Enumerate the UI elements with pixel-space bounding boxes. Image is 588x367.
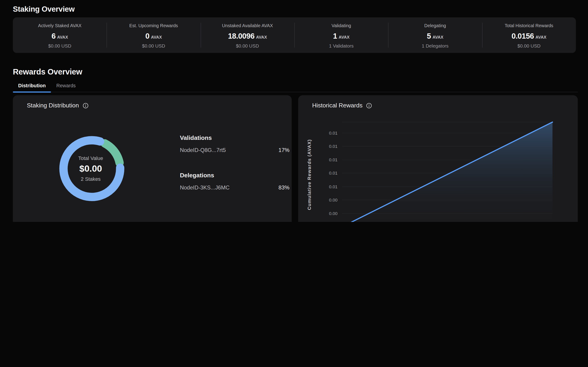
stat-label: Total Historical Rewards [482, 23, 576, 28]
stat-sub: $0.00 USD [107, 43, 201, 49]
stat-label: Unstaked Available AVAX [201, 23, 294, 28]
stat-sub: 1 Delegators [388, 43, 482, 49]
stat-value: 0 [145, 32, 149, 40]
delegations-heading: Delegations [180, 172, 214, 179]
stat-validating: Validating 1AVAX 1 Validators [294, 17, 388, 53]
stat-sub: $0.00 USD [201, 43, 294, 49]
stat-unit: AVAX [57, 35, 68, 39]
donut-total-value: $0.00 [79, 163, 102, 174]
svg-text:0.01: 0.01 [329, 131, 337, 135]
stat-unstaked-available: Unstaked Available AVAX 18.0096AVAX $0.0… [201, 17, 294, 53]
stat-unit: AVAX [433, 35, 443, 39]
svg-text:0.01: 0.01 [329, 144, 337, 149]
stat-value: 5 [427, 32, 431, 40]
stat-sub: $0.00 USD [482, 43, 576, 49]
stat-sub: 1 Validators [294, 43, 388, 49]
validation-legend-row: NodeID-Q8G...7rt5 17% [180, 147, 289, 153]
stat-label: Actively Staked AVAX [13, 23, 107, 28]
stat-unit: AVAX [151, 35, 162, 39]
stat-unit: AVAX [535, 35, 547, 39]
donut-stake-count: 2 Stakes [81, 176, 101, 182]
stat-delegating: Delegating 5AVAX 1 Delegators [388, 17, 482, 53]
stat-actively-staked: Actively Staked AVAX 6AVAX $0.00 USD [13, 17, 107, 53]
stat-label: Validating [294, 23, 388, 28]
svg-text:0.01: 0.01 [329, 171, 337, 175]
delegation-node-id: NodeID-3KS...J6MC [180, 184, 229, 190]
svg-text:0.01: 0.01 [329, 184, 337, 189]
y-axis-title: Cumulative Rewards (AVAX) [307, 139, 312, 210]
historical-rewards-line-chart: 0.01 0.01 0.01 0.01 0.01 0.00 0.00 0 Nov… [298, 95, 578, 222]
rewards-overview-title: Rewards Overview [13, 67, 82, 76]
donut-center-label: Total Value $0.00 2 Stakes [58, 135, 123, 203]
tab-rewards[interactable]: Rewards [51, 79, 81, 92]
page-title: Staking Overview [13, 5, 75, 14]
svg-text:0.01: 0.01 [329, 158, 337, 162]
stat-value: 1 [333, 32, 337, 40]
validation-node-id: NodeID-Q8G...7rt5 [180, 147, 226, 153]
stat-upcoming-rewards: Est. Upcoming Rewards 0AVAX $0.00 USD [107, 17, 201, 53]
donut-total-value-label: Total Value [78, 155, 103, 161]
svg-text:0.00: 0.00 [329, 198, 337, 202]
svg-text:0.00: 0.00 [329, 211, 337, 216]
validations-heading: Validations [180, 135, 212, 142]
stat-label: Delegating [388, 23, 482, 28]
stat-sub: $0.00 USD [13, 43, 107, 49]
info-icon[interactable] [83, 103, 88, 108]
staking-overview-stats-card: Actively Staked AVAX 6AVAX $0.00 USD Est… [13, 17, 576, 53]
historical-rewards-card: Historical Rewards [298, 95, 578, 222]
delegation-legend-row: NodeID-3KS...J6MC 83% [180, 184, 289, 190]
stat-historical-rewards: Total Historical Rewards 0.0156AVAX $0.0… [482, 17, 576, 53]
rewards-tabs: Distribution Rewards [13, 79, 578, 92]
delegation-pct: 83% [278, 184, 289, 190]
stat-label: Est. Upcoming Rewards [107, 23, 201, 28]
stat-unit: AVAX [339, 35, 350, 39]
validation-pct: 17% [278, 147, 289, 153]
staking-distribution-card: Staking Distribution Total Value $0.00 2… [13, 95, 292, 222]
stat-unit: AVAX [256, 35, 267, 39]
stat-value: 6 [51, 32, 56, 40]
tab-distribution[interactable]: Distribution [13, 79, 51, 92]
y-axis-tick-labels: 0.01 0.01 0.01 0.01 0.01 0.00 0.00 0 [329, 131, 337, 222]
stat-value: 18.0096 [228, 32, 254, 40]
stat-value: 0.0156 [512, 32, 534, 40]
staking-distribution-title: Staking Distribution [27, 102, 79, 109]
